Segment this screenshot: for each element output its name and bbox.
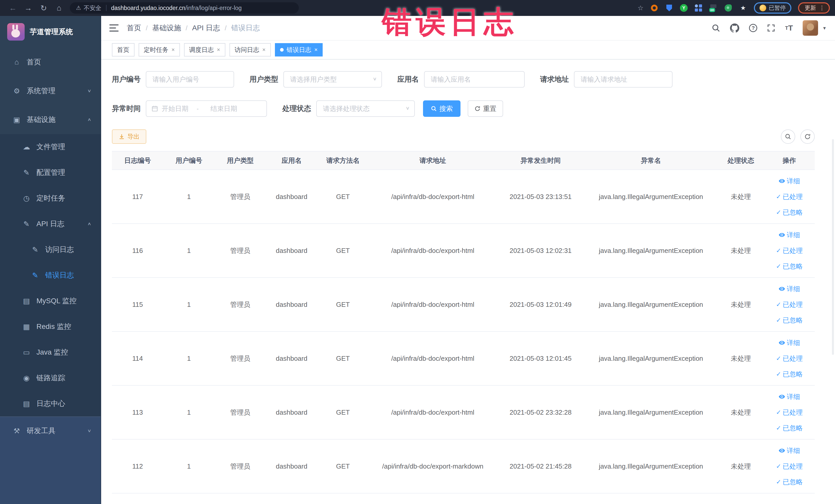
breadcrumb-home[interactable]: 首页: [127, 23, 141, 33]
sidebar-item-gear[interactable]: ⚙系统管理∨: [0, 77, 101, 105]
export-button[interactable]: 导出: [112, 129, 146, 144]
vertical-scrollbar[interactable]: [832, 139, 834, 355]
ignored-link[interactable]: ✓已忽略: [776, 423, 803, 433]
reload-icon[interactable]: ↻: [36, 4, 51, 13]
close-icon[interactable]: ×: [314, 46, 318, 53]
app-name-input[interactable]: [424, 71, 525, 87]
sidebar-item-apilog[interactable]: ✎API 日志∧: [0, 211, 101, 237]
extension-green-icon[interactable]: Y: [680, 4, 688, 12]
cell-exception: java.lang.IllegalArgumentException: [584, 354, 718, 364]
cell-app: dashboard: [266, 354, 317, 364]
extension-donut-icon[interactable]: [650, 4, 658, 12]
detail-link[interactable]: 详细: [778, 284, 800, 294]
extension-shield-icon[interactable]: [665, 4, 673, 12]
github-icon[interactable]: [730, 23, 739, 33]
sidebar-logo[interactable]: 芋道管理系统: [0, 16, 101, 48]
user-avatar[interactable]: [803, 20, 818, 36]
detail-link[interactable]: 详细: [778, 338, 800, 348]
request-url-label: 请求地址: [540, 75, 569, 84]
infra-icon: ▣: [12, 116, 21, 124]
sidebar-item-file[interactable]: ☁文件管理: [0, 134, 101, 160]
config-icon: ✎: [22, 168, 31, 177]
breadcrumb-current: 错误日志: [231, 23, 260, 33]
check-icon: ✓: [776, 246, 781, 255]
user-type-select[interactable]: ∨: [283, 71, 382, 87]
cell-status: 未处理: [718, 407, 764, 418]
column-header-8: 处理状态: [718, 156, 764, 165]
processed-link[interactable]: ✓已处理: [776, 300, 803, 310]
extension-grid-icon[interactable]: [694, 4, 702, 12]
sidebar-item-java[interactable]: ▭Java 监控: [0, 339, 101, 365]
tab-3[interactable]: 访问日志×: [229, 43, 271, 57]
close-icon[interactable]: ×: [262, 46, 266, 53]
processed-link[interactable]: ✓已处理: [776, 354, 803, 364]
sidebar-item-trace[interactable]: ◉链路追踪: [0, 365, 101, 391]
column-header-5: 请求地址: [369, 156, 497, 165]
tab-4[interactable]: 错误日志×: [275, 43, 323, 57]
browser-update-button[interactable]: 更新 ⋮: [798, 2, 830, 14]
hamburger-icon[interactable]: [109, 24, 119, 32]
processed-link[interactable]: ✓已处理: [776, 407, 803, 418]
column-header-7: 异常名: [584, 156, 718, 165]
sidebar-item-home[interactable]: ⌂首页: [0, 48, 101, 77]
processed-link[interactable]: ✓已处理: [776, 246, 803, 256]
reset-button[interactable]: 重置: [468, 100, 503, 117]
search-icon[interactable]: [712, 24, 720, 32]
processed-link[interactable]: ✓已处理: [776, 461, 803, 471]
extension-switch-icon[interactable]: on: [709, 4, 717, 12]
ignored-link[interactable]: ✓已忽略: [776, 315, 803, 325]
sidebar-item-redis[interactable]: ▦Redis 监控: [0, 314, 101, 339]
search-button[interactable]: 搜索: [423, 100, 461, 117]
help-icon[interactable]: ?: [749, 24, 757, 32]
forward-icon[interactable]: →: [21, 4, 36, 12]
date-range-picker[interactable]: 开始日期 - 结束日期: [146, 100, 267, 117]
chevron-down-icon[interactable]: ▾: [823, 25, 826, 31]
cell-user_id: 1: [163, 300, 215, 310]
bookmark-star-icon[interactable]: ☆: [638, 4, 644, 12]
font-size-icon[interactable]: TT: [785, 24, 793, 32]
ignored-link[interactable]: ✓已忽略: [776, 369, 803, 379]
detail-link[interactable]: 详细: [778, 230, 800, 240]
sidebar-tools-section: ⚒研发工具∨: [0, 417, 101, 504]
profile-paused-badge[interactable]: 已暂停: [754, 2, 791, 14]
file-icon: ☁: [22, 143, 31, 151]
detail-link[interactable]: 详细: [778, 392, 800, 402]
ignored-link[interactable]: ✓已忽略: [776, 477, 803, 487]
sidebar-item-accesslog[interactable]: ✎访问日志: [0, 237, 101, 262]
toggle-search-button[interactable]: [781, 129, 795, 144]
sidebar-item-logcenter[interactable]: ▤日志中心: [0, 391, 101, 417]
tab-0[interactable]: 首页: [112, 43, 135, 57]
ignored-link[interactable]: ✓已忽略: [776, 207, 803, 218]
fullscreen-icon[interactable]: [767, 24, 775, 32]
breadcrumb-api-log[interactable]: API 日志: [192, 23, 220, 33]
browser-menu-icon[interactable]: ⋮: [819, 5, 825, 11]
address-bar[interactable]: ⚠ 不安全 dashboard.yudao.iocoder.cn/infra/l…: [70, 2, 299, 14]
sidebar-item-devtools[interactable]: ⚒研发工具∨: [0, 417, 101, 445]
apilog-icon: ✎: [22, 220, 31, 228]
end-date-placeholder: 结束日期: [210, 104, 237, 113]
tab-2[interactable]: 调度日志×: [184, 43, 225, 57]
back-icon[interactable]: ←: [5, 4, 21, 12]
close-icon[interactable]: ×: [217, 46, 220, 53]
request-url-input[interactable]: [574, 71, 673, 87]
tab-1[interactable]: 定时任务×: [139, 43, 180, 57]
extension-leaf-icon[interactable]: [724, 4, 732, 12]
browser-home-icon[interactable]: ⌂: [51, 4, 67, 12]
check-icon: ✓: [776, 208, 781, 217]
sidebar-item-config[interactable]: ✎配置管理: [0, 160, 101, 185]
detail-link[interactable]: 详细: [778, 446, 800, 456]
close-icon[interactable]: ×: [171, 46, 175, 53]
tab-label: 错误日志: [287, 46, 311, 54]
breadcrumb-infra[interactable]: 基础设施: [152, 23, 181, 33]
sidebar-item-infra[interactable]: ▣基础设施∧: [0, 105, 101, 134]
sidebar-item-errorlog[interactable]: ✎错误日志: [0, 262, 101, 288]
sidebar-item-job[interactable]: ◷定时任务: [0, 185, 101, 211]
ignored-link[interactable]: ✓已忽略: [776, 261, 803, 271]
refresh-button[interactable]: [800, 129, 815, 144]
detail-link[interactable]: 详细: [778, 176, 800, 186]
extension-pin-icon[interactable]: ★: [739, 4, 747, 12]
processed-link[interactable]: ✓已处理: [776, 192, 803, 202]
sidebar-item-mysql[interactable]: ▤MySQL 监控: [0, 288, 101, 314]
user-id-input[interactable]: [146, 71, 234, 87]
process-status-select[interactable]: ∨: [316, 100, 415, 117]
